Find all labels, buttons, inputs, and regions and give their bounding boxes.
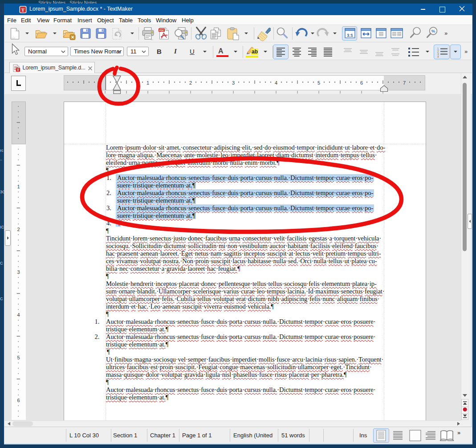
svg-text:PDF: PDF — [159, 29, 165, 32]
svg-text:...: ... — [101, 36, 104, 40]
svg-text:...: ... — [12, 35, 15, 39]
svg-text:...: ... — [151, 37, 153, 41]
svg-text:T: T — [16, 68, 19, 72]
svg-text:4: 4 — [437, 55, 439, 57]
svg-text:%: % — [431, 29, 435, 33]
svg-text:1:1: 1:1 — [347, 33, 353, 37]
svg-text:T: T — [21, 7, 25, 12]
